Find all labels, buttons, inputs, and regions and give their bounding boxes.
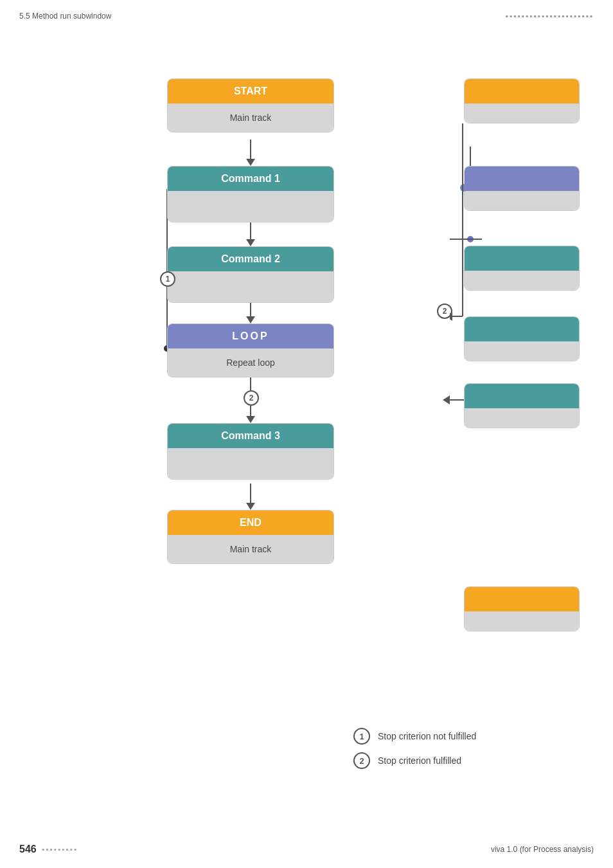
- right-end-block: [464, 586, 580, 631]
- footer-dots: ▪▪▪▪▪▪▪▪▪: [42, 845, 78, 854]
- start-block-card: START Main track: [167, 78, 334, 132]
- right-command2-block: [464, 246, 580, 291]
- right-cmd3-body: [465, 341, 579, 361]
- right-cmd1-body: [465, 191, 579, 210]
- svg-point-17: [467, 236, 474, 242]
- right-command3-block: [464, 316, 580, 361]
- start-block-header: START: [168, 79, 333, 104]
- right-cmd3-card: [464, 316, 580, 361]
- page-header: 5.5 Method run subwindow ▪▪▪▪▪▪▪▪▪▪▪▪▪▪▪…: [0, 0, 613, 21]
- legend-text-1: Stop criterion not fulfilled: [378, 731, 476, 741]
- page-footer: 546 ▪▪▪▪▪▪▪▪▪ viva 1.0 (for Process anal…: [19, 844, 594, 855]
- loop-body: Repeat loop: [168, 348, 333, 377]
- loop-card: LOOP Repeat loop: [167, 323, 334, 377]
- command1-header: Command 1: [168, 167, 333, 191]
- right-start-body: [465, 104, 579, 123]
- command2-card: Command 2: [167, 246, 334, 303]
- start-block: START Main track: [167, 78, 334, 132]
- right-cmd1-card: [464, 166, 580, 211]
- right-start-block: [464, 78, 580, 123]
- legend-text-2: Stop criterion fulfilled: [378, 755, 461, 766]
- right-start-header: [465, 79, 579, 104]
- legend-item-1: 1 Stop criterion not fulfilled: [353, 728, 476, 745]
- svg-marker-20: [443, 395, 450, 404]
- command2-body: [168, 271, 333, 302]
- footer-left: 546 ▪▪▪▪▪▪▪▪▪: [19, 844, 78, 855]
- command3-card: Command 3: [167, 423, 334, 480]
- end-block-card: END Main track: [167, 510, 334, 564]
- right-cmd4-header: [465, 384, 579, 408]
- command3-header: Command 3: [168, 424, 333, 448]
- command1-card: Command 1: [167, 166, 334, 222]
- start-block-body: Main track: [168, 104, 333, 132]
- right-command4-block: [464, 383, 580, 428]
- command3-block: Command 3: [167, 423, 334, 480]
- legend: 1 Stop criterion not fulfilled 2 Stop cr…: [353, 728, 476, 777]
- right-cmd4-card: [464, 383, 580, 428]
- legend-circle-2: 2: [353, 752, 370, 769]
- right-end-header: [465, 587, 579, 611]
- end-block-body: Main track: [168, 535, 333, 563]
- end-block-header: END: [168, 511, 333, 535]
- svg-marker-1: [246, 159, 255, 166]
- right-cmd1-dot: [460, 184, 468, 192]
- svg-marker-3: [246, 239, 255, 246]
- end-block: END Main track: [167, 510, 334, 564]
- right-circle-badge-2: 2: [437, 303, 452, 319]
- circle-badge-2: 2: [244, 390, 259, 406]
- right-command1-block: [464, 166, 580, 211]
- right-start-card: [464, 78, 580, 123]
- right-cmd2-body: [465, 271, 579, 290]
- section-title: 5.5 Method run subwindow: [19, 12, 111, 21]
- header-decoration: ▪▪▪▪▪▪▪▪▪▪▪▪▪▪▪▪▪▪▪▪▪▪: [505, 12, 594, 21]
- page-number: 546: [19, 844, 37, 855]
- svg-marker-10: [246, 503, 255, 510]
- loop-block: LOOP Repeat loop: [167, 323, 334, 377]
- right-cmd4-body: [465, 408, 579, 428]
- command1-block: Command 1: [167, 166, 334, 222]
- svg-marker-5: [246, 316, 255, 323]
- right-cmd2-card: [464, 246, 580, 291]
- right-cmd1-header: [465, 167, 579, 191]
- right-end-body: [465, 611, 579, 631]
- legend-circle-1: 1: [353, 728, 370, 745]
- right-cmd2-header: [465, 246, 579, 271]
- legend-item-2: 2 Stop criterion fulfilled: [353, 752, 476, 769]
- command1-body: [168, 191, 333, 222]
- command2-block: Command 2: [167, 246, 334, 303]
- svg-marker-8: [246, 416, 255, 423]
- circle-badge-1: 1: [160, 271, 175, 287]
- main-content: START Main track Command 1 Command 2 LOO…: [0, 21, 613, 792]
- command3-body: [168, 448, 333, 479]
- right-cmd3-header: [465, 317, 579, 341]
- command2-header: Command 2: [168, 247, 333, 271]
- right-end-card: [464, 586, 580, 631]
- loop-header: LOOP: [168, 324, 333, 348]
- footer-version: viva 1.0 (for Process analysis): [491, 845, 594, 854]
